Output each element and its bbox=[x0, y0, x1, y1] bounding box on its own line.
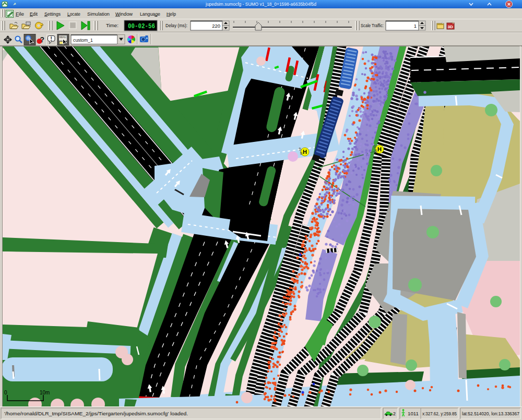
svg-text:00-02-56: 00-02-56 bbox=[128, 23, 155, 30]
svg-text:Simulation: Simulation bbox=[87, 11, 110, 17]
svg-text:File: File bbox=[16, 11, 24, 17]
svg-text:?: ? bbox=[40, 35, 45, 44]
svg-text:Time:: Time: bbox=[106, 22, 118, 28]
svg-text:1011: 1011 bbox=[408, 411, 419, 416]
svg-text:MENU: MENU bbox=[60, 36, 66, 39]
svg-text:Language: Language bbox=[140, 11, 160, 17]
svg-text:Help: Help bbox=[167, 11, 176, 17]
svg-text:'/home/ronald/DLR_tmp/SISAME_2: '/home/ronald/DLR_tmp/SISAME_2/jps/Tierg… bbox=[4, 411, 188, 416]
svg-text:Scale Traffic:: Scale Traffic: bbox=[361, 22, 384, 28]
svg-text:custom_1: custom_1 bbox=[73, 37, 93, 43]
svg-text:Window: Window bbox=[115, 11, 133, 17]
svg-text:1: 1 bbox=[414, 23, 417, 29]
svg-text:Delay (ms):: Delay (ms): bbox=[165, 22, 187, 28]
svg-text:3D: 3D bbox=[448, 25, 453, 29]
svg-text:x:327.62, y:259.85: x:327.62, y:259.85 bbox=[422, 411, 457, 416]
svg-text:!: ! bbox=[51, 36, 52, 42]
svg-text:lat:52.514020, lon:13.336367: lat:52.514020, lon:13.336367 bbox=[462, 411, 519, 416]
svg-text:0: 0 bbox=[4, 390, 7, 395]
svg-text:jupedsim.sumocfg - SUMO v1_18_: jupedsim.sumocfg - SUMO v1_18_0+1598-a66… bbox=[205, 2, 316, 7]
svg-text:Locate: Locate bbox=[67, 11, 80, 17]
svg-text:220: 220 bbox=[212, 23, 220, 29]
svg-text:10m: 10m bbox=[40, 390, 50, 395]
svg-text:Edit: Edit bbox=[30, 11, 38, 17]
svg-text:2: 2 bbox=[393, 411, 396, 416]
svg-text:Settings: Settings bbox=[44, 11, 61, 17]
